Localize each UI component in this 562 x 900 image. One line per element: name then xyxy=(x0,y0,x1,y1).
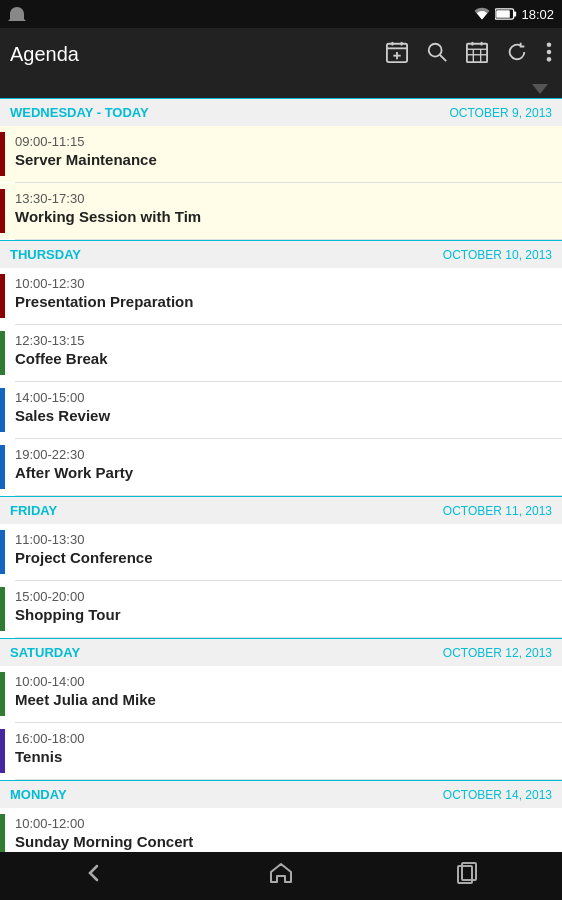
event-content: 10:00-12:30Presentation Preparation xyxy=(5,268,562,324)
event-title: Server Maintenance xyxy=(15,151,552,168)
event-content: 09:00-11:15Server Maintenance xyxy=(5,126,562,182)
event-title: After Work Party xyxy=(15,464,552,481)
day-date: OCTOBER 10, 2013 xyxy=(443,248,552,262)
home-button[interactable] xyxy=(249,853,313,899)
day-date: OCTOBER 12, 2013 xyxy=(443,646,552,660)
app-title: Agenda xyxy=(10,43,79,66)
svg-point-21 xyxy=(547,57,552,62)
event-time: 09:00-11:15 xyxy=(15,134,552,149)
day-name: FRIDAY xyxy=(10,503,57,518)
day-name: WEDNESDAY - TODAY xyxy=(10,105,149,120)
event-item[interactable]: 09:00-11:15Server Maintenance xyxy=(0,126,562,182)
event-item[interactable]: 19:00-22:30After Work Party xyxy=(0,439,562,495)
event-item[interactable]: 13:30-17:30Working Session with Tim xyxy=(0,183,562,239)
event-time: 13:30-17:30 xyxy=(15,191,552,206)
event-title: Working Session with Tim xyxy=(15,208,552,225)
event-item[interactable]: 10:00-12:00Sunday Morning Concert xyxy=(0,808,562,852)
event-time: 10:00-12:30 xyxy=(15,276,552,291)
event-item[interactable]: 10:00-14:00Meet Julia and Mike xyxy=(0,666,562,722)
event-title: Tennis xyxy=(15,748,552,765)
event-item[interactable]: 11:00-13:30Project Conference xyxy=(0,524,562,580)
event-time: 10:00-12:00 xyxy=(15,816,552,831)
svg-line-11 xyxy=(440,54,446,60)
wifi-icon xyxy=(473,7,491,21)
event-time: 14:00-15:00 xyxy=(15,390,552,405)
new-event-icon[interactable] xyxy=(386,41,408,68)
back-button[interactable] xyxy=(62,853,126,899)
day-header-monday: MONDAYOCTOBER 14, 2013 xyxy=(0,780,562,808)
event-time: 15:00-20:00 xyxy=(15,589,552,604)
top-icons xyxy=(386,41,552,68)
event-item[interactable]: 14:00-15:00Sales Review xyxy=(0,382,562,438)
svg-point-19 xyxy=(547,42,552,47)
dropdown-arrow xyxy=(532,84,548,94)
notification-icon xyxy=(8,7,26,21)
recents-button[interactable] xyxy=(436,853,500,899)
search-icon[interactable] xyxy=(426,41,448,68)
event-content: 11:00-13:30Project Conference xyxy=(5,524,562,580)
event-content: 10:00-14:00Meet Julia and Mike xyxy=(5,666,562,722)
day-header-friday: FRIDAYOCTOBER 11, 2013 xyxy=(0,496,562,524)
day-header-wednesday: WEDNESDAY - TODAYOCTOBER 9, 2013 xyxy=(0,98,562,126)
svg-rect-12 xyxy=(467,43,487,61)
day-header-saturday: SATURDAYOCTOBER 12, 2013 xyxy=(0,638,562,666)
event-item[interactable]: 10:00-12:30Presentation Preparation xyxy=(0,268,562,324)
battery-icon xyxy=(495,8,517,20)
event-title: Sales Review xyxy=(15,407,552,424)
event-content: 15:00-20:00Shopping Tour xyxy=(5,581,562,637)
svg-rect-2 xyxy=(514,11,517,16)
event-time: 11:00-13:30 xyxy=(15,532,552,547)
event-title: Meet Julia and Mike xyxy=(15,691,552,708)
event-content: 10:00-12:00Sunday Morning Concert xyxy=(5,808,562,852)
event-item[interactable]: 15:00-20:00Shopping Tour xyxy=(0,581,562,637)
event-time: 12:30-13:15 xyxy=(15,333,552,348)
top-bar: Agenda xyxy=(0,28,562,80)
day-header-thursday: THURSDAYOCTOBER 10, 2013 xyxy=(0,240,562,268)
status-right: 18:02 xyxy=(473,7,554,22)
svg-point-10 xyxy=(429,43,442,56)
day-name: SATURDAY xyxy=(10,645,80,660)
event-item[interactable]: 12:30-13:15Coffee Break xyxy=(0,325,562,381)
refresh-icon[interactable] xyxy=(506,41,528,68)
event-time: 10:00-14:00 xyxy=(15,674,552,689)
event-item[interactable]: 16:00-18:00Tennis xyxy=(0,723,562,779)
event-title: Sunday Morning Concert xyxy=(15,833,552,850)
svg-marker-22 xyxy=(271,864,291,882)
subtitle-area xyxy=(0,80,562,98)
day-name: MONDAY xyxy=(10,787,67,802)
event-content: 16:00-18:00Tennis xyxy=(5,723,562,779)
event-title: Project Conference xyxy=(15,549,552,566)
bottom-nav xyxy=(0,852,562,900)
event-content: 19:00-22:30After Work Party xyxy=(5,439,562,495)
event-content: 13:30-17:30Working Session with Tim xyxy=(5,183,562,239)
status-left xyxy=(8,7,26,21)
event-title: Shopping Tour xyxy=(15,606,552,623)
event-title: Presentation Preparation xyxy=(15,293,552,310)
time-display: 18:02 xyxy=(521,7,554,22)
day-name: THURSDAY xyxy=(10,247,81,262)
event-time: 19:00-22:30 xyxy=(15,447,552,462)
event-content: 12:30-13:15Coffee Break xyxy=(5,325,562,381)
more-options-icon[interactable] xyxy=(546,41,552,68)
svg-point-20 xyxy=(547,49,552,54)
day-date: OCTOBER 14, 2013 xyxy=(443,788,552,802)
svg-rect-3 xyxy=(497,10,511,18)
day-date: OCTOBER 9, 2013 xyxy=(450,106,553,120)
main-content[interactable]: WEDNESDAY - TODAYOCTOBER 9, 201309:00-11… xyxy=(0,98,562,852)
status-bar: 18:02 xyxy=(0,0,562,28)
event-content: 14:00-15:00Sales Review xyxy=(5,382,562,438)
day-date: OCTOBER 11, 2013 xyxy=(443,504,552,518)
calendar-grid-icon[interactable] xyxy=(466,41,488,68)
event-time: 16:00-18:00 xyxy=(15,731,552,746)
event-title: Coffee Break xyxy=(15,350,552,367)
